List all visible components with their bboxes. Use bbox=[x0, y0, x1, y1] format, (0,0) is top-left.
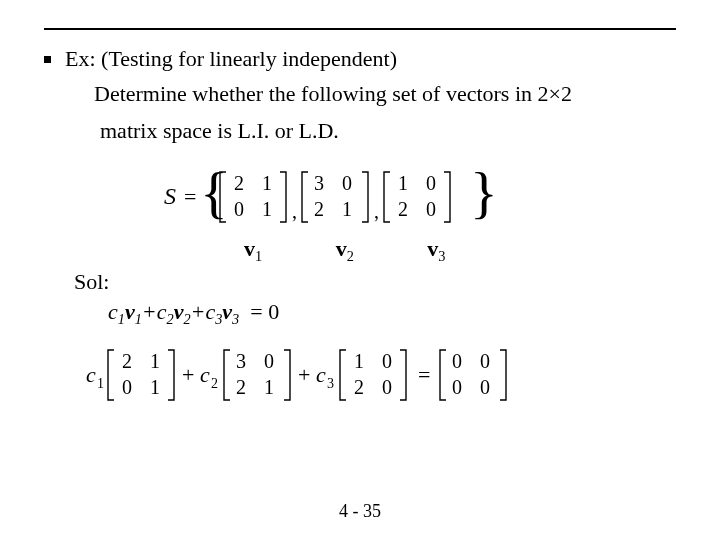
svg-text:1: 1 bbox=[354, 350, 364, 372]
exp-matrix-2: 3 0 2 1 bbox=[224, 350, 290, 400]
slide: Ex: (Testing for linearly independent) D… bbox=[0, 0, 720, 540]
solution-label: Sol: bbox=[74, 269, 676, 295]
svg-text:1: 1 bbox=[150, 350, 160, 372]
expanded-equation: c 1 2 1 0 1 + c 2 3 0 2 1 + bbox=[86, 342, 676, 408]
svg-text:c: c bbox=[316, 362, 326, 387]
v-labels: v1 v2 v3 bbox=[204, 236, 676, 265]
top-rule bbox=[44, 28, 676, 30]
v2-label: v2 bbox=[336, 236, 354, 265]
page-number: 4 - 35 bbox=[0, 501, 720, 522]
svg-text:0: 0 bbox=[452, 376, 462, 398]
svg-text:c: c bbox=[200, 362, 210, 387]
svg-text:0: 0 bbox=[264, 350, 274, 372]
matrix-2: 3 0 2 1 bbox=[302, 172, 368, 222]
matrix-1: 2 1 0 1 bbox=[220, 172, 286, 222]
svg-text:1: 1 bbox=[262, 198, 272, 220]
svg-text:0: 0 bbox=[452, 350, 462, 372]
svg-text:2: 2 bbox=[211, 376, 218, 391]
v1-label: v1 bbox=[244, 236, 262, 265]
svg-text:2: 2 bbox=[314, 198, 324, 220]
exp-matrix-3: 1 0 2 0 bbox=[340, 350, 406, 400]
svg-text:1: 1 bbox=[97, 376, 104, 391]
svg-text:0: 0 bbox=[480, 376, 490, 398]
svg-text:1: 1 bbox=[398, 172, 408, 194]
example-title-line: Ex: (Testing for linearly independent) bbox=[44, 44, 676, 75]
svg-text:2: 2 bbox=[234, 172, 244, 194]
exp-matrix-1: 2 1 0 1 bbox=[108, 350, 174, 400]
svg-text:2: 2 bbox=[398, 198, 408, 220]
brace-left: { bbox=[200, 164, 228, 225]
svg-text:c: c bbox=[86, 362, 96, 387]
plus-1: + bbox=[182, 362, 194, 387]
svg-text:1: 1 bbox=[342, 198, 352, 220]
svg-text:0: 0 bbox=[426, 172, 436, 194]
determine-line-1: Determine whether the following set of v… bbox=[94, 75, 676, 112]
svg-text:1: 1 bbox=[262, 172, 272, 194]
svg-text:2: 2 bbox=[122, 350, 132, 372]
equals-sign: = bbox=[184, 184, 196, 209]
svg-text:3: 3 bbox=[314, 172, 324, 194]
svg-text:1: 1 bbox=[264, 376, 274, 398]
linear-combination-eq: c1v1+c2v2+c3v3 = 0 bbox=[108, 299, 676, 328]
svg-text:1: 1 bbox=[150, 376, 160, 398]
matrix-3: 1 0 2 0 bbox=[384, 172, 450, 222]
svg-text:0: 0 bbox=[234, 198, 244, 220]
svg-text:2: 2 bbox=[236, 376, 246, 398]
svg-text:0: 0 bbox=[382, 376, 392, 398]
plus-2: + bbox=[298, 362, 310, 387]
comma-2: , bbox=[374, 200, 379, 222]
svg-text:0: 0 bbox=[122, 376, 132, 398]
svg-text:0: 0 bbox=[382, 350, 392, 372]
determine-line-2: matrix space is L.I. or L.D. bbox=[100, 112, 676, 149]
svg-text:3: 3 bbox=[327, 376, 334, 391]
svg-text:3: 3 bbox=[236, 350, 246, 372]
svg-text:0: 0 bbox=[426, 198, 436, 220]
svg-text:0: 0 bbox=[480, 350, 490, 372]
v3-label: v3 bbox=[427, 236, 445, 265]
equals-2: = bbox=[418, 362, 430, 387]
brace-right: } bbox=[470, 164, 494, 225]
S-symbol: S bbox=[164, 183, 176, 209]
bullet-icon bbox=[44, 56, 51, 63]
example-title: Ex: (Testing for linearly independent) bbox=[65, 44, 397, 75]
set-definition: S = { } 2 1 0 1 , 3 0 2 1 bbox=[164, 164, 676, 230]
comma-1: , bbox=[292, 200, 297, 222]
svg-text:2: 2 bbox=[354, 376, 364, 398]
zero-matrix: 0 0 0 0 bbox=[440, 350, 506, 400]
svg-text:0: 0 bbox=[342, 172, 352, 194]
